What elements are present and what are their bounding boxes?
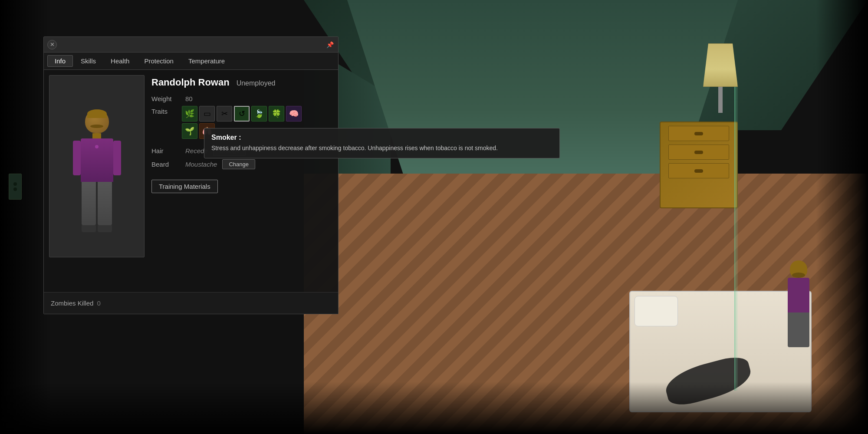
trait-icon-light-eater[interactable]: ▭ (199, 106, 215, 122)
sprite-mustache (90, 125, 103, 128)
panel-titlebar: ✕ 📌 (44, 37, 338, 53)
trait-icon-brave[interactable]: 🧠 (286, 106, 302, 122)
dresser-drawer-2 (668, 145, 730, 160)
dresser-drawer-3 (668, 163, 730, 178)
left-wall-decoration (9, 174, 22, 200)
panel-content: Randolph Rowan Unemployed Weight 80 Trai… (44, 70, 338, 292)
tooltip-title: Smoker : (211, 134, 552, 141)
sprite-arm-right (113, 141, 121, 175)
beard-value: Moustache (185, 161, 217, 168)
tab-protection[interactable]: Protection (137, 56, 181, 66)
character-panel: ✕ 📌 Info Skills Health Protection Temper… (43, 36, 339, 314)
character-name: Randolph Rowan (151, 77, 230, 88)
tab-info[interactable]: Info (47, 55, 73, 67)
sprite-neck (92, 133, 101, 138)
beard-label: Beard (151, 161, 182, 168)
trait-icon-smoker[interactable]: ↺ (234, 106, 250, 122)
trait-icon-fit[interactable]: 🌱 (182, 123, 197, 139)
change-beard-button[interactable]: Change (222, 159, 255, 169)
lamp (703, 43, 738, 113)
sprite-legs (82, 182, 112, 225)
sprite-arm-left (73, 141, 81, 175)
lamp-base (718, 87, 723, 113)
close-button[interactable]: ✕ (47, 40, 57, 49)
trait-icon-outdoorsman[interactable]: 🍃 (251, 106, 267, 122)
sprite-leg-right (98, 182, 112, 225)
pin-button[interactable]: 📌 (325, 40, 335, 49)
weight-row: Weight 80 (151, 95, 333, 102)
sprite-feet (82, 225, 112, 232)
dresser (660, 122, 738, 208)
room-char-body (788, 278, 809, 312)
lamp-shade (703, 43, 738, 87)
tooltip-text: Stress and unhappiness decrease after sm… (211, 144, 552, 153)
weight-value: 80 (185, 95, 193, 102)
trait-tooltip: Smoker : Stress and unhappiness decrease… (204, 128, 560, 158)
decor-dot-1 (13, 182, 17, 186)
trait-icon-blade[interactable]: ✂ (217, 106, 232, 122)
decor-dot-2 (13, 187, 17, 191)
character-occupation: Unemployed (237, 79, 276, 87)
sprite-head (85, 109, 109, 133)
name-row: Randolph Rowan Unemployed (151, 77, 333, 88)
character-sprite (81, 109, 113, 232)
beard-row: Beard Moustache Change (151, 159, 333, 169)
room-char-legs (788, 312, 809, 347)
room-background (304, 0, 868, 434)
weight-label: Weight (151, 95, 182, 102)
tabs-bar: Info Skills Health Protection Temperatur… (44, 53, 338, 70)
sprite-foot-right (98, 225, 112, 232)
bed-pillow (635, 296, 678, 326)
tab-temperature[interactable]: Temperature (181, 56, 232, 66)
dark-overlay-bottom (0, 382, 868, 434)
sprite-hair (87, 109, 107, 118)
panel-footer: Zombies Killed 0 (44, 292, 338, 314)
tab-skills[interactable]: Skills (74, 56, 103, 66)
training-materials-button[interactable]: Training Materials (151, 180, 218, 193)
hair-label: Hair (151, 147, 182, 155)
dark-overlay-right (816, 0, 868, 434)
dresser-drawer-1 (668, 126, 730, 141)
room-char-head (790, 260, 807, 278)
character-info: Randolph Rowan Unemployed Weight 80 Trai… (151, 75, 333, 287)
character-preview (49, 75, 145, 257)
traits-label: Traits (151, 108, 182, 115)
zombies-killed-value: 0 (97, 299, 100, 307)
trait-icon-herbalist[interactable]: 🌿 (182, 106, 197, 122)
zombies-killed-label: Zombies Killed (51, 299, 93, 307)
trait-icon-lucky[interactable]: 🍀 (269, 106, 284, 122)
tab-health[interactable]: Health (104, 56, 136, 66)
room-character-sprite (781, 260, 816, 347)
sprite-body (81, 138, 113, 182)
glass-wall (734, 87, 738, 391)
sprite-leg-left (82, 182, 96, 225)
sprite-foot-left (82, 225, 96, 232)
